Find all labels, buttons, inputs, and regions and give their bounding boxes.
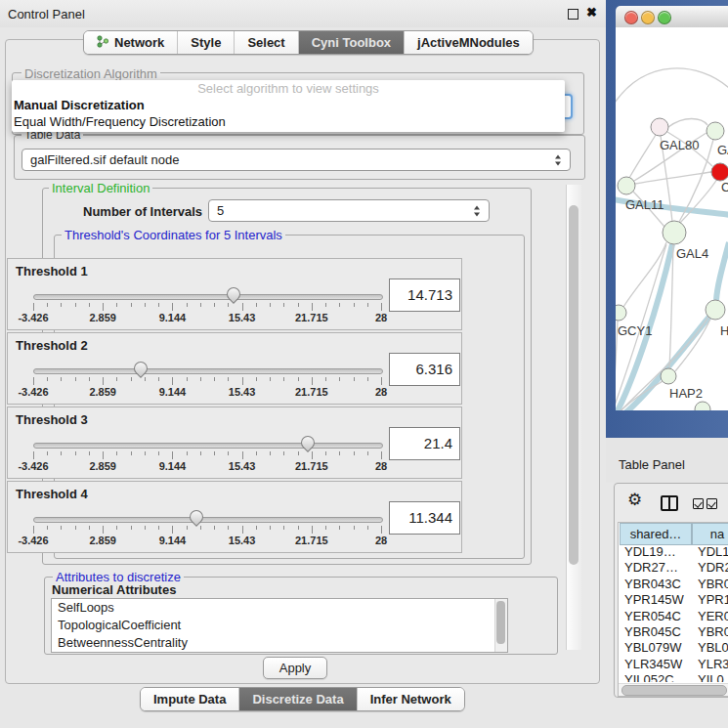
scrollbar-thumb[interactable] <box>569 205 578 565</box>
tab-style[interactable]: Style <box>178 31 235 54</box>
network-canvas[interactable]: GAL80GACGAL11GAL4GCY1HHAP2 <box>616 27 728 410</box>
tab-label: Network <box>114 35 164 50</box>
network-edge[interactable] <box>629 135 656 178</box>
attribute-item-topologicalcoefficient[interactable]: TopologicalCoefficient <box>52 617 507 634</box>
table-row[interactable]: YIL052CYIL0 <box>619 672 728 682</box>
checkbox-checked-icon[interactable] <box>693 498 704 509</box>
checkbox-checked-icon[interactable] <box>707 498 717 509</box>
tick-label: 28 <box>375 460 387 472</box>
cell-shared-name: YDL19… <box>624 544 691 560</box>
table-data-combo[interactable]: galFiltered.sif default node <box>21 149 571 171</box>
table-row[interactable]: YBR043CYBR0 <box>619 577 728 592</box>
table-row[interactable]: YBL079WYBL0 <box>619 640 728 656</box>
attribute-item-betweennesscentrality[interactable]: BetweennessCentrality <box>52 634 507 652</box>
gear-icon[interactable]: ⚙ <box>627 492 642 508</box>
threshold-value-field[interactable]: 21.4 <box>389 427 460 460</box>
threshold-value-field[interactable]: 6.316 <box>389 353 460 386</box>
network-node-gal4[interactable] <box>663 221 686 244</box>
table-row[interactable]: YDR27…YDR2 <box>619 560 728 576</box>
network-edge[interactable] <box>668 119 707 128</box>
network-node-ga[interactable] <box>707 122 724 140</box>
slider-track[interactable] <box>33 443 383 449</box>
slider-thumb[interactable] <box>187 507 206 527</box>
slider-thumb[interactable] <box>298 433 318 452</box>
discretization-algorithm-label: Discretization Algorithm <box>21 66 160 81</box>
apply-button[interactable]: Apply <box>263 657 327 679</box>
threshold-panel-3: Threshold 3-3.4262.8599.14415.4321.71528… <box>7 407 462 479</box>
slider-ticks <box>33 451 381 459</box>
network-edge[interactable] <box>616 68 728 106</box>
cell-name: YLR3 <box>698 657 728 672</box>
network-node-gal80[interactable] <box>651 118 668 136</box>
slider-ticks <box>33 526 381 534</box>
tab-cyni-toolbox[interactable]: Cyni Toolbox <box>299 31 405 54</box>
bottom-tab-bar: Impute DataDiscretize DataInfer Network <box>140 687 465 711</box>
threshold-label: Threshold 2 <box>16 338 88 353</box>
table-row[interactable]: YDL19…YDL1 <box>619 544 728 560</box>
close-icon[interactable]: ✖ <box>586 5 597 20</box>
table-data-value: galFiltered.sif default node <box>30 152 179 167</box>
network-edge[interactable] <box>635 172 711 184</box>
table-row[interactable]: YBR045CYBR0 <box>619 624 728 640</box>
tick-label: 9.144 <box>159 535 187 546</box>
slider-thumb[interactable] <box>225 284 244 304</box>
split-columns-icon[interactable] <box>661 495 678 511</box>
threshold-value-field[interactable]: 14.713 <box>389 278 460 312</box>
slider-track[interactable] <box>33 517 383 523</box>
close-light[interactable] <box>624 11 638 24</box>
column-header-name[interactable]: na <box>692 523 728 545</box>
threshold-label: Threshold 4 <box>16 487 88 501</box>
threshold-label: Threshold 1 <box>16 264 88 278</box>
numerical-attributes-list[interactable]: SelfLoopsTopologicalCoefficientBetweenne… <box>51 598 508 653</box>
cell-shared-name: YBR043C <box>624 577 691 592</box>
scrollbar-thumb[interactable] <box>621 685 727 696</box>
network-node-h[interactable] <box>706 300 725 320</box>
node-label: GAL80 <box>660 138 699 152</box>
slider-track[interactable] <box>33 294 383 300</box>
float-window-icon[interactable] <box>568 9 578 20</box>
table-row[interactable]: YER054CYER0 <box>619 609 728 624</box>
network-window-titlebar[interactable] <box>616 6 728 28</box>
minimize-light[interactable] <box>641 11 655 24</box>
tab-select[interactable]: Select <box>235 31 298 54</box>
popup-option-equal-width-frequency-discretization[interactable]: Equal Width/Frequency Discretization <box>12 113 565 130</box>
network-edge[interactable] <box>680 179 717 223</box>
tick-label: 21.715 <box>295 535 328 546</box>
table-horizontal-scrollbar[interactable] <box>619 683 728 696</box>
slider-thumb[interactable] <box>131 359 150 378</box>
column-header-shared[interactable]: shared… <box>620 523 692 545</box>
numerical-attributes-label: Numerical Attributes <box>52 582 176 597</box>
scrollbar-thumb[interactable] <box>496 601 505 644</box>
slider-track[interactable] <box>33 368 383 374</box>
node-label: HAP2 <box>669 386 703 401</box>
network-node-gal11[interactable] <box>618 177 635 194</box>
number-of-intervals-combo[interactable]: 5 <box>208 199 490 222</box>
attribute-item-selfloops[interactable]: SelfLoops <box>52 599 507 617</box>
tab-infer-network[interactable]: Infer Network <box>358 688 464 710</box>
table-row[interactable]: YLR345WYLR3 <box>619 657 728 672</box>
network-node-c[interactable] <box>711 163 728 181</box>
tab-discretize-data[interactable]: Discretize Data <box>239 688 357 710</box>
network-edge[interactable] <box>716 242 728 300</box>
node-table[interactable]: shared… na YDL19…YDL1YDR27…YDR2YBR043CYB… <box>618 522 728 697</box>
tick-label: 28 <box>375 386 387 398</box>
node-label: C <box>721 180 728 194</box>
top-tab-bar: NetworkStyleSelectCyni ToolboxjActiveMNo… <box>83 30 534 55</box>
tab-impute-data[interactable]: Impute Data <box>141 688 239 710</box>
network-node[interactable] <box>695 402 710 410</box>
threshold-value-field[interactable]: 11.344 <box>389 501 460 535</box>
tick-label: -3.426 <box>18 460 48 472</box>
slider-tick-labels: -3.4262.8599.14415.4321.71528 <box>33 460 381 473</box>
list-scrollbar[interactable] <box>494 599 507 652</box>
network-node-gcy1[interactable] <box>616 305 626 321</box>
network-node-hap2[interactable] <box>661 368 676 384</box>
settings-vertical-scrollbar[interactable] <box>566 185 581 650</box>
tick-label: -3.426 <box>18 312 48 323</box>
tick-label: 15.43 <box>229 460 256 472</box>
tab-jactivemnodules[interactable]: jActiveMNodules <box>405 31 533 54</box>
popup-option-manual-discretization[interactable]: Manual Discretization <box>12 97 565 113</box>
table-row[interactable]: YPR145WYPR1 <box>619 592 728 608</box>
tick-label: 21.715 <box>295 386 328 398</box>
zoom-light[interactable] <box>658 11 671 24</box>
tab-network[interactable]: Network <box>84 31 178 54</box>
